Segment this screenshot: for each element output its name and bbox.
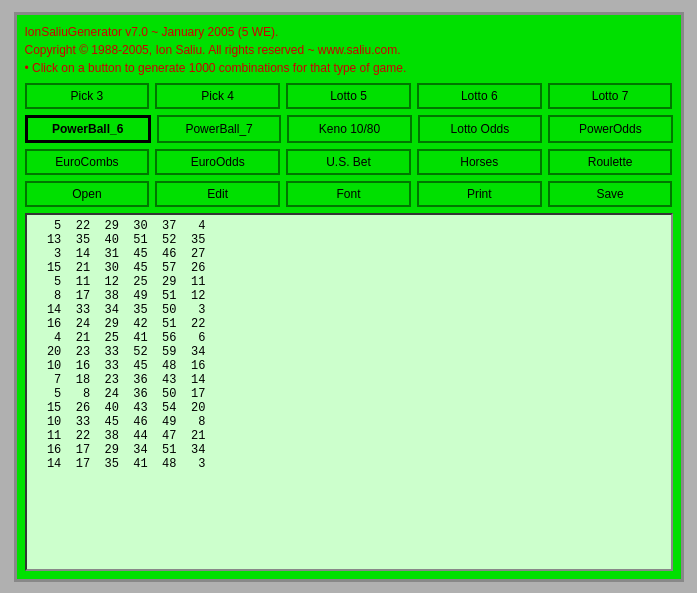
pick4-button[interactable]: Pick 4: [155, 83, 280, 109]
lotto5-button[interactable]: Lotto 5: [286, 83, 411, 109]
open-button[interactable]: Open: [25, 181, 150, 207]
lotto7-button[interactable]: Lotto 7: [548, 83, 673, 109]
output-text[interactable]: 5 22 29 30 37 4 13 35 40 51 52 35 3 14 3…: [27, 215, 671, 569]
header-line2: Copyright © 1988-2005, Ion Saliu. All ri…: [25, 41, 673, 59]
roulette-button[interactable]: Roulette: [548, 149, 673, 175]
main-window: IonSaliuGenerator v7.0 ~ January 2005 (5…: [14, 12, 684, 582]
button-row-1: Pick 3 Pick 4 Lotto 5 Lotto 6 Lotto 7: [25, 83, 673, 109]
pick3-button[interactable]: Pick 3: [25, 83, 150, 109]
font-button[interactable]: Font: [286, 181, 411, 207]
horses-button[interactable]: Horses: [417, 149, 542, 175]
euroodds-button[interactable]: EuroOdds: [155, 149, 280, 175]
output-area: 5 22 29 30 37 4 13 35 40 51 52 35 3 14 3…: [25, 213, 673, 571]
keno-button[interactable]: Keno 10/80: [287, 115, 411, 143]
header-text: IonSaliuGenerator v7.0 ~ January 2005 (5…: [25, 23, 673, 77]
eurocombs-button[interactable]: EuroCombs: [25, 149, 150, 175]
edit-button[interactable]: Edit: [155, 181, 280, 207]
header-line3: • Click on a button to generate 1000 com…: [25, 59, 673, 77]
button-row-3: EuroCombs EuroOdds U.S. Bet Horses Roule…: [25, 149, 673, 175]
header-line1: IonSaliuGenerator v7.0 ~ January 2005 (5…: [25, 23, 673, 41]
powerodds-button[interactable]: PowerOdds: [548, 115, 672, 143]
print-button[interactable]: Print: [417, 181, 542, 207]
usbet-button[interactable]: U.S. Bet: [286, 149, 411, 175]
button-row-4: Open Edit Font Print Save: [25, 181, 673, 207]
lotto6-button[interactable]: Lotto 6: [417, 83, 542, 109]
lotto-odds-button[interactable]: Lotto Odds: [418, 115, 542, 143]
save-button[interactable]: Save: [548, 181, 673, 207]
button-row-2: PowerBall_6 PowerBall_7 Keno 10/80 Lotto…: [25, 115, 673, 143]
powerball7-button[interactable]: PowerBall_7: [157, 115, 281, 143]
powerball6-button[interactable]: PowerBall_6: [25, 115, 151, 143]
